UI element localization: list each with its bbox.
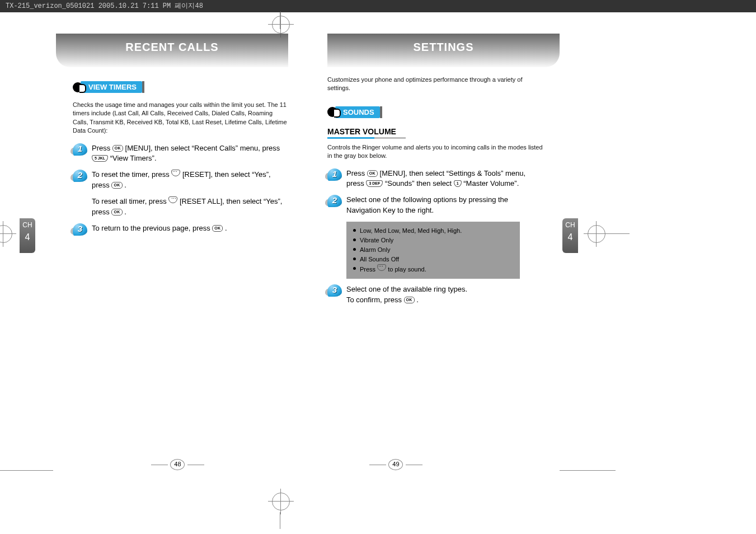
ok-key-icon: OK	[212, 225, 223, 232]
crop-mark	[0, 233, 14, 234]
page-right: SETTINGS Customizes your phone and optim…	[305, 34, 554, 481]
chapter-number: 4	[562, 232, 578, 242]
right-softkey-icon	[168, 196, 177, 203]
ok-key-icon: OK	[112, 145, 123, 152]
step-2: 2 Select one of the following options by…	[327, 195, 543, 216]
option-row: Vibrate Only	[352, 236, 514, 245]
file-header-strip: TX-215_verizon_0501021 2005.10.21 7:11 P…	[0, 0, 756, 12]
registration-mark	[272, 493, 290, 510]
chapter-tab-left: CH 4	[20, 218, 35, 253]
step-text: Select one of the following options by p…	[346, 195, 543, 216]
step-2-continued: To reset all timer, press [RESET ALL], t…	[92, 196, 288, 218]
options-box: Low, Med Low, Med, Med High, High. Vibra…	[346, 222, 520, 279]
sub-intro: Controls the Ringer volume and alerts yo…	[327, 143, 543, 161]
step-text: Press OK [MENU], then select “Settings &…	[346, 168, 543, 190]
step-1: 1 Press OK [MENU], then select “Recent C…	[73, 143, 288, 165]
step-2: 2 To reset the timer, press [RESET], the…	[73, 170, 288, 191]
ok-key-icon: OK	[111, 209, 122, 216]
section-header: VIEW TIMERS	[73, 81, 142, 93]
section-label: VIEW TIMERS	[81, 81, 142, 93]
bullet-icon	[353, 257, 356, 260]
step-number-icon: 1	[327, 168, 342, 183]
page-number-left: 48	[151, 459, 204, 470]
bullet-icon	[327, 107, 337, 117]
step-number-icon: 3	[73, 223, 87, 238]
crop-mark	[560, 470, 616, 471]
heading-underline	[327, 137, 406, 139]
step-text: Press OK [MENU], then select “Recent Cal…	[92, 143, 288, 165]
registration-mark	[0, 225, 12, 243]
step-number-icon: 2	[327, 195, 342, 209]
step-text: To return to the previous page, press OK…	[92, 223, 227, 234]
ok-key-icon: OK	[367, 170, 378, 177]
chapter-label: CH	[565, 221, 575, 229]
left-softkey-icon	[377, 264, 386, 271]
step-number-icon: 1	[73, 143, 87, 158]
step-3: 3 To return to the previous page, press …	[73, 223, 288, 238]
page-number-right: 49	[369, 459, 422, 470]
section-intro: Checks the usage time and manages your c…	[73, 101, 288, 135]
bullet-icon	[353, 267, 356, 270]
chapter-tab-right: CH 4	[562, 218, 578, 253]
registration-mark	[272, 16, 290, 34]
spread: RECENT CALLS VIEW TIMERS Checks the usag…	[56, 34, 554, 481]
step-1: 1 Press OK [MENU], then select “Settings…	[327, 168, 543, 190]
bullet-icon	[73, 82, 83, 92]
sub-heading: MASTER VOLUME	[327, 127, 543, 136]
step-text: To reset the timer, press [RESET], then …	[92, 170, 288, 191]
key-3-icon: 3 DEF	[366, 180, 383, 187]
section-label: SOUNDS	[335, 106, 380, 118]
key-5-icon: 5 JKL	[92, 155, 108, 162]
step-3: 3 Select one of the available ring types…	[327, 284, 543, 306]
left-softkey-icon	[171, 170, 180, 176]
page-title: SETTINGS	[327, 34, 560, 67]
bullet-icon	[353, 248, 356, 251]
step-number-icon: 3	[327, 284, 342, 299]
bullet-icon	[353, 238, 356, 241]
crop-mark	[0, 470, 53, 471]
section-header: SOUNDS	[327, 106, 380, 118]
registration-mark	[588, 225, 605, 243]
page-intro: Customizes your phone and optimizes perf…	[327, 76, 543, 93]
crop-mark	[280, 512, 280, 529]
bullet-icon	[353, 229, 356, 232]
ok-key-icon: OK	[111, 182, 122, 189]
chapter-label: CH	[22, 221, 32, 229]
page-left: RECENT CALLS VIEW TIMERS Checks the usag…	[56, 34, 305, 481]
option-row: Low, Med Low, Med, Med High, High.	[352, 226, 514, 236]
step-text: Select one of the available ring types. …	[346, 284, 467, 306]
option-row: All Sounds Off	[352, 255, 514, 264]
option-row: Alarm Only	[352, 245, 514, 255]
step-number-icon: 2	[73, 170, 87, 184]
crop-mark	[607, 233, 630, 234]
ok-key-icon: OK	[404, 297, 415, 303]
page-title: RECENT CALLS	[56, 34, 288, 67]
option-row: Press to play sound.	[352, 264, 514, 274]
key-1-icon: 1	[454, 180, 462, 187]
chapter-number: 4	[20, 232, 35, 242]
